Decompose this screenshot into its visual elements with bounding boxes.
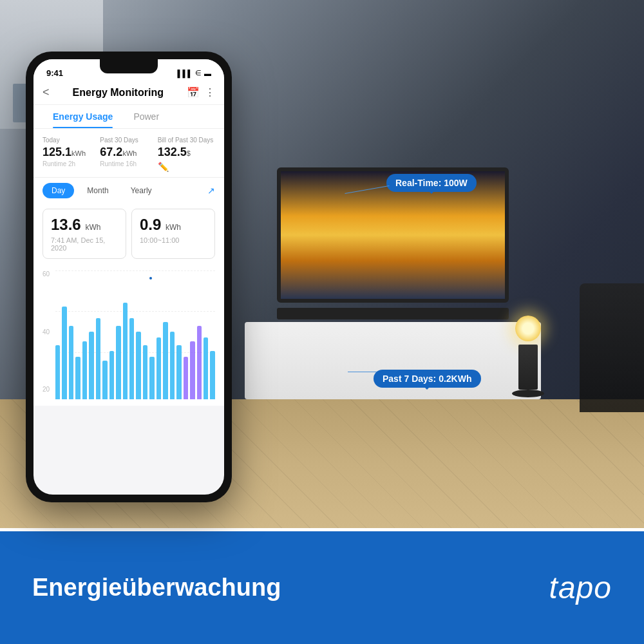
back-button[interactable]: < bbox=[43, 86, 50, 99]
header-title: Energy Monitoring bbox=[73, 87, 164, 99]
energy-card-total: 13.6 kWh 7:41 AM, Dec 15, 2020 bbox=[43, 209, 126, 259]
edit-bill-icon[interactable]: ✏️ bbox=[158, 162, 215, 172]
chart-bar-3 bbox=[75, 357, 80, 399]
stat-today-sub: Runtime 2h bbox=[43, 160, 100, 167]
chart-bar-6 bbox=[96, 318, 100, 399]
stat-past30-sub: Runtime 16h bbox=[100, 160, 157, 167]
cabinet bbox=[245, 322, 541, 399]
chart-bar-19 bbox=[184, 357, 188, 399]
calendar-icon[interactable]: 📅 bbox=[187, 86, 200, 99]
stat-past30: Past 30 Days 67.2kWh Runtime 16h bbox=[100, 137, 157, 172]
chart-bar-4 bbox=[82, 341, 87, 399]
bottom-bar: Energieüberwachung tapo bbox=[0, 531, 644, 644]
stat-past30-value: 67.2kWh bbox=[100, 146, 157, 159]
chart-bar-2 bbox=[69, 326, 73, 399]
chart-bar-0 bbox=[55, 345, 60, 399]
wifi-icon: ∈ bbox=[195, 69, 202, 77]
period-btn-yearly[interactable]: Yearly bbox=[122, 183, 161, 198]
chart-bar-7 bbox=[102, 361, 107, 399]
stats-row: Today 125.1kWh Runtime 2h Past 30 Days 6… bbox=[33, 129, 224, 178]
signal-icon: ▌▌▌ bbox=[178, 70, 193, 77]
chart-bar-15 bbox=[156, 337, 161, 399]
chart-bar-16 bbox=[163, 322, 167, 399]
lamp-bulb bbox=[515, 316, 541, 341]
lamp bbox=[512, 316, 544, 399]
tooltip-past7-text: Past 7 Days: 0.2KWh bbox=[383, 374, 472, 384]
stat-past30-label: Past 30 Days bbox=[100, 137, 157, 144]
chart-bar-10 bbox=[123, 303, 128, 399]
battery-icon: ▬ bbox=[204, 70, 211, 77]
expand-icon[interactable]: ↗ bbox=[207, 185, 215, 196]
energy-card-hourly-value: 0.9 kWh bbox=[140, 216, 207, 234]
tabs: Energy Usage Power bbox=[33, 105, 224, 129]
chart-bars bbox=[55, 270, 215, 399]
tooltip-realtime: Real-Time: 100W bbox=[386, 174, 477, 192]
chart-bar-5 bbox=[89, 332, 93, 399]
tooltip-past7: Past 7 Days: 0.2KWh bbox=[374, 370, 481, 388]
stat-bill: Bill of Past 30 Days 132.5$ ✏️ bbox=[158, 137, 215, 172]
phone-container: 9:41 ▌▌▌ ∈ ▬ < Energy Monitoring 📅 ⋮ bbox=[26, 52, 232, 502]
chart-bar-13 bbox=[143, 345, 147, 399]
chart-tooltip-dot bbox=[148, 276, 153, 281]
chart-bar-11 bbox=[129, 318, 134, 399]
app-header: < Energy Monitoring 📅 ⋮ bbox=[33, 82, 224, 105]
chair bbox=[580, 283, 644, 412]
tapo-logo: tapo bbox=[549, 570, 612, 605]
soundbar bbox=[277, 308, 509, 319]
status-time: 9:41 bbox=[46, 68, 63, 78]
tooltip-realtime-text: Real-Time: 100W bbox=[395, 178, 468, 188]
chart-y-labels: 60 40 20 bbox=[43, 270, 50, 393]
lamp-foot bbox=[512, 390, 544, 397]
energy-card-total-value: 13.6 kWh bbox=[51, 216, 118, 234]
energy-card-total-sub: 7:41 AM, Dec 15, 2020 bbox=[51, 236, 118, 252]
stat-today: Today 125.1kWh Runtime 2h bbox=[43, 137, 100, 172]
phone-screen: 9:41 ▌▌▌ ∈ ▬ < Energy Monitoring 📅 ⋮ bbox=[33, 59, 224, 495]
tab-power[interactable]: Power bbox=[123, 105, 169, 128]
energy-cards: 13.6 kWh 7:41 AM, Dec 15, 2020 0.9 kWh 1… bbox=[33, 204, 224, 264]
y-label-20: 20 bbox=[43, 386, 50, 393]
stat-today-label: Today bbox=[43, 137, 100, 144]
chart-bar-12 bbox=[136, 332, 140, 399]
chart-bar-21 bbox=[197, 326, 202, 399]
status-icons: ▌▌▌ ∈ ▬ bbox=[178, 69, 211, 77]
tab-energy-usage[interactable]: Energy Usage bbox=[43, 105, 123, 128]
y-label-60: 60 bbox=[43, 270, 50, 278]
chart-bar-22 bbox=[204, 337, 208, 399]
more-icon[interactable]: ⋮ bbox=[205, 86, 215, 99]
lamp-base bbox=[518, 345, 538, 390]
chart-bar-18 bbox=[176, 345, 181, 399]
period-btn-month[interactable]: Month bbox=[78, 183, 117, 198]
stat-today-value: 125.1kWh bbox=[43, 146, 100, 159]
chart-area: 60 40 20 bbox=[33, 264, 224, 406]
chart-bar-9 bbox=[116, 326, 120, 399]
phone-frame: 9:41 ▌▌▌ ∈ ▬ < Energy Monitoring 📅 ⋮ bbox=[26, 52, 232, 502]
y-label-40: 40 bbox=[43, 328, 50, 336]
stat-bill-value: 132.5$ bbox=[158, 146, 215, 159]
header-icons: 📅 ⋮ bbox=[187, 86, 215, 99]
tab-energy-usage-label: Energy Usage bbox=[53, 111, 113, 122]
energy-card-hourly: 0.9 kWh 10:00~11:00 bbox=[131, 209, 215, 259]
bottom-title: Energieüberwachung bbox=[32, 574, 281, 601]
chart-bar-23 bbox=[210, 351, 214, 399]
chart-bar-14 bbox=[149, 357, 154, 399]
phone-notch bbox=[100, 59, 158, 73]
tab-power-label: Power bbox=[133, 111, 159, 122]
period-toggle: Day Month Yearly ↗ bbox=[33, 178, 224, 204]
tooltip-line-p7 bbox=[348, 372, 377, 372]
chart-bar-17 bbox=[170, 332, 175, 399]
energy-card-hourly-sub: 10:00~11:00 bbox=[140, 236, 207, 244]
chart-bar-8 bbox=[109, 351, 114, 399]
chart-bar-1 bbox=[62, 307, 66, 399]
chart-bar-20 bbox=[190, 341, 194, 399]
stat-bill-label: Bill of Past 30 Days bbox=[158, 137, 215, 144]
period-btn-day[interactable]: Day bbox=[43, 183, 74, 198]
